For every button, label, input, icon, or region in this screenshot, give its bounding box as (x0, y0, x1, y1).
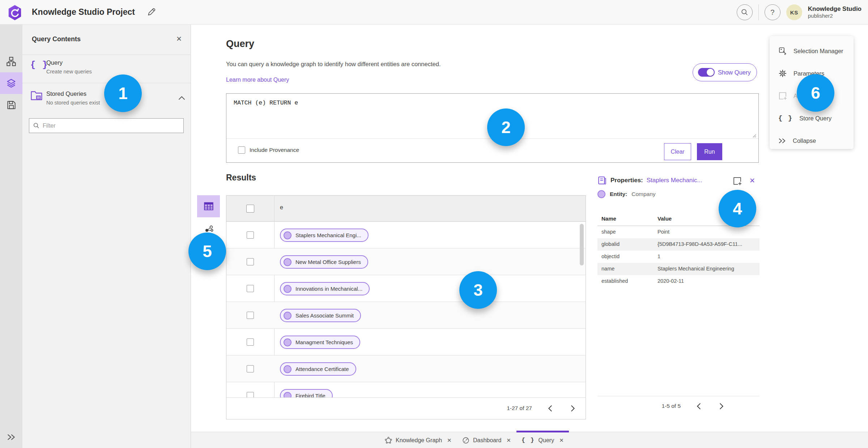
save-icon (7, 100, 16, 110)
row-checkbox[interactable] (247, 231, 254, 239)
folder-icon (30, 90, 43, 101)
help-button[interactable]: ? (765, 4, 780, 20)
app-logo-icon[interactable] (7, 4, 22, 21)
selection-manager-icon (778, 47, 787, 55)
rail-item-link-chart[interactable] (0, 51, 22, 72)
include-provenance-checkbox[interactable] (238, 146, 245, 154)
item-label: Query (46, 59, 63, 66)
table-row: Firebird Title (226, 382, 586, 398)
project-title: Knowledge Studio Project (32, 7, 135, 17)
entity-pill[interactable]: Innovations in Mechanical... (280, 282, 370, 295)
scrollbar-thumb[interactable] (580, 224, 584, 265)
left-icon-rail (0, 25, 22, 448)
show-query-toggle[interactable]: Show Query (693, 63, 757, 81)
next-page-button[interactable] (716, 401, 727, 411)
filter-input[interactable] (43, 123, 180, 129)
chevron-right-icon (571, 405, 575, 411)
bottom-tab-bar: Knowledge Graph ✕ Dashboard ✕ { } Query … (191, 432, 868, 448)
chevron-left-icon (697, 403, 701, 409)
tab-knowledge-graph[interactable]: Knowledge Graph ✕ (380, 432, 457, 448)
add-to-new-icon[interactable] (733, 176, 742, 185)
resize-grip-icon[interactable] (751, 133, 756, 138)
table-row: Attendance Certificate (226, 355, 586, 382)
expand-rail-button[interactable] (0, 430, 22, 444)
clear-button[interactable]: Clear (664, 143, 691, 160)
query-code-input[interactable]: MATCH (e) RETURN e (234, 99, 298, 106)
close-properties-icon[interactable]: ✕ (749, 176, 755, 185)
property-name: established (601, 278, 628, 284)
property-name: shape (601, 229, 616, 235)
table-view-button[interactable] (197, 195, 220, 217)
toggle-switch[interactable] (698, 68, 715, 77)
entity-dot-icon (284, 285, 292, 293)
learn-more-link[interactable]: Learn more about Query (226, 77, 289, 83)
app-root: Knowledge Studio Project ? KS Knowledge … (0, 0, 868, 448)
annotation-circle-6: 6 (797, 74, 834, 112)
entity-pill[interactable]: Staplers Mechanical Engi... (280, 229, 369, 242)
property-value: 2020-02-11 (658, 278, 684, 284)
entity-label: Firebird Title (295, 393, 326, 398)
dashboard-icon (462, 437, 469, 444)
link-chart-icon (6, 56, 16, 67)
entity-pill[interactable]: Attendance Certificate (280, 362, 356, 376)
entity-pill[interactable]: Managment Techniques (280, 336, 360, 349)
close-panel-icon[interactable]: ✕ (176, 35, 182, 43)
entity-type-value: Company (631, 191, 655, 197)
row-checkbox[interactable] (247, 312, 254, 319)
row-checkbox[interactable] (247, 338, 254, 346)
previous-page-button[interactable] (693, 401, 704, 411)
panel-title: Query Contents (32, 35, 81, 43)
property-row[interactable]: objectid 1 (597, 251, 760, 263)
previous-page-button[interactable] (544, 403, 555, 414)
tab-dashboard[interactable]: Dashboard ✕ (457, 432, 516, 448)
row-checkbox[interactable] (247, 392, 254, 398)
table-row: Managment Techniques (226, 329, 586, 355)
question-mark-icon: ? (770, 8, 774, 17)
property-row[interactable]: established 2020-02-11 (597, 275, 760, 287)
menu-item-collapse[interactable]: Collapse (770, 129, 854, 152)
tab-label: Knowledge Graph (396, 437, 442, 444)
panel-header: Query Contents ✕ (22, 25, 191, 55)
property-row[interactable]: name Staplers Mechanical Engineering (597, 263, 760, 275)
menu-item-label: Selection Manager (793, 48, 843, 55)
property-row[interactable]: shape Point (597, 226, 760, 238)
search-icon (33, 122, 40, 129)
close-tab-icon[interactable]: ✕ (506, 437, 511, 444)
close-tab-icon[interactable]: ✕ (559, 437, 564, 444)
row-checkbox[interactable] (247, 258, 254, 265)
braces-icon: { } (522, 437, 535, 444)
rail-item-contents[interactable] (0, 72, 22, 94)
table-row: Staplers Mechanical Engi... (226, 222, 586, 248)
properties-entity-link[interactable]: Staplers Mechanic... (647, 177, 702, 184)
menu-item-selection-manager[interactable]: Selection Manager (770, 40, 854, 62)
entity-label: New Metal Office Suppliers (295, 259, 361, 265)
properties-header: Properties: Staplers Mechanic... (597, 176, 702, 185)
braces-icon: { } (30, 60, 48, 70)
close-tab-icon[interactable]: ✕ (447, 437, 452, 444)
entity-dot-icon (284, 338, 292, 346)
collapse-section-icon[interactable] (179, 96, 185, 100)
rail-item-save[interactable] (0, 94, 22, 116)
run-button[interactable]: Run (697, 143, 722, 160)
sidebar-item-query[interactable]: { } Query Create new queries (22, 55, 191, 83)
row-checkbox[interactable] (247, 285, 254, 292)
user-info[interactable]: Knowledge Studio publisher2 (808, 5, 861, 19)
property-row[interactable]: globalid {5D9B4713-F98D-4A53-A59F-C11... (597, 238, 760, 251)
avatar[interactable]: KS (786, 4, 802, 20)
row-checkbox[interactable] (247, 365, 254, 372)
entity-pill[interactable]: New Metal Office Suppliers (280, 255, 368, 269)
entity-dot-icon (284, 365, 292, 373)
select-all-checkbox[interactable] (246, 205, 254, 213)
properties-pagination: 1-5 of 5 (661, 401, 727, 411)
property-value: Staplers Mechanical Engineering (658, 266, 734, 272)
search-button[interactable] (737, 4, 753, 20)
tab-query-active[interactable]: { } Query ✕ (516, 432, 569, 448)
annotation-circle-1: 1 (104, 74, 142, 112)
entity-pill[interactable]: Sales Associate Summit (280, 309, 361, 322)
edit-title-icon[interactable] (147, 7, 157, 17)
results-pagination: 1-27 of 27 (507, 403, 578, 414)
include-provenance-option[interactable]: Include Provenance (238, 146, 299, 154)
knowledge-graph-icon (385, 437, 392, 444)
next-page-button[interactable] (567, 403, 578, 414)
entity-pill[interactable]: Firebird Title (280, 389, 333, 398)
